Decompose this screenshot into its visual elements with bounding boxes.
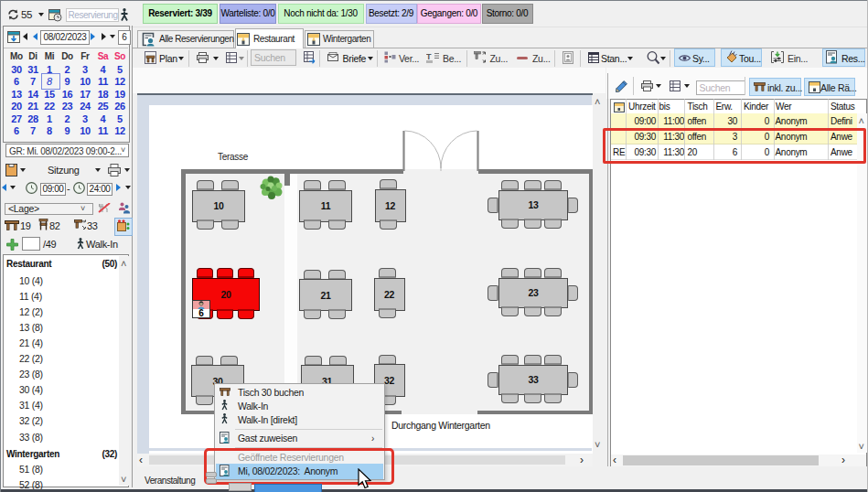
svg-text:T: T [426,52,432,61]
